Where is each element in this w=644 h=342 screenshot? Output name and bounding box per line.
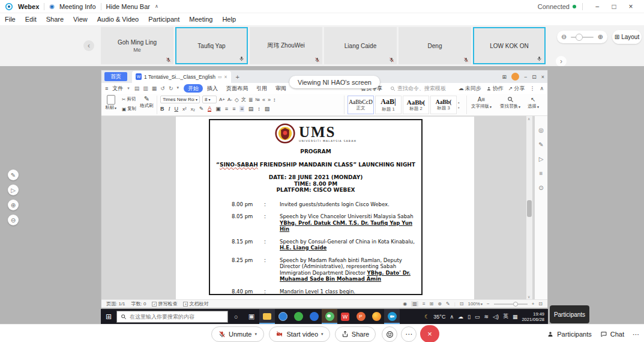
ink-icon[interactable]: ✎ xyxy=(446,301,450,307)
video-tile[interactable]: Goh Ming Ling Me xyxy=(101,27,173,64)
maximize-button[interactable]: □ xyxy=(606,1,622,13)
grow-font-button[interactable]: A+ xyxy=(219,97,225,102)
line-spacing-icon[interactable]: ↕ xyxy=(257,106,260,112)
unmute-button[interactable]: Unmute ▾ xyxy=(211,326,264,342)
proofread-toggle[interactable]: ×文档校对 xyxy=(183,301,208,307)
new-tab-icon[interactable]: + xyxy=(236,73,239,81)
help-icon[interactable]: ⊙ xyxy=(538,185,543,191)
green-app-icon[interactable] xyxy=(290,309,306,324)
video-tile-active-speaker[interactable]: Taufiq Yap xyxy=(175,27,248,64)
share-button[interactable]: Share xyxy=(335,326,376,342)
usb-icon[interactable]: ▭ xyxy=(475,314,480,320)
cut-button[interactable]: ✂剪切 xyxy=(122,96,136,102)
format-painter-button[interactable]: ✎ 格式刷 xyxy=(140,95,154,109)
cortana-icon[interactable]: ○ xyxy=(228,309,244,324)
zoom-knob[interactable] xyxy=(513,302,518,307)
reactions-button[interactable] xyxy=(382,326,397,342)
start-video-button[interactable]: Start video ▾ xyxy=(269,326,330,342)
start-button[interactable]: ⊞ xyxy=(101,309,116,324)
scrollbar-thumb[interactable] xyxy=(527,200,532,217)
phone-icon[interactable]: ▯ xyxy=(468,314,471,320)
caret-down-icon[interactable]: ▾ xyxy=(255,332,257,337)
menu-help[interactable]: Help xyxy=(222,16,236,23)
style-scroll-down-icon[interactable]: ▾ xyxy=(458,106,460,109)
vertical-scrollbar[interactable]: ∧ ∨ xyxy=(526,116,532,299)
style-normal[interactable]: AaBbCcD正文 xyxy=(348,96,374,114)
underline-button[interactable]: U xyxy=(175,106,179,112)
caret-down-icon[interactable]: ▾ xyxy=(321,332,324,337)
wps-home-button[interactable]: 首页 xyxy=(104,72,127,81)
clear-format-icon[interactable]: ◇ xyxy=(235,97,239,103)
style-scroll-up-icon[interactable]: ▴ xyxy=(458,100,460,104)
outline-icon[interactable]: ≡ xyxy=(540,170,543,177)
annotate-icon[interactable]: ✎ xyxy=(8,169,19,180)
justify-icon[interactable]: ≡ xyxy=(239,106,244,112)
ime-language[interactable]: 英 xyxy=(503,313,508,320)
ribbon-search[interactable]: 查找命令、搜索模板 xyxy=(390,85,446,93)
close-button[interactable]: × xyxy=(622,1,639,13)
volume-icon[interactable]: ◁) xyxy=(493,314,499,320)
participants-panel-button[interactable]: Participants xyxy=(547,331,591,338)
ribbon-tab-page-layout[interactable]: 页面布局 xyxy=(222,85,252,93)
align-left-icon[interactable]: ≡ xyxy=(225,106,228,112)
font-name-select[interactable]: Times New Roma▾ xyxy=(160,96,200,103)
select-tool-icon[interactable]: ▷ xyxy=(539,156,544,162)
file-explorer-icon[interactable] xyxy=(259,309,275,324)
firefox-icon[interactable] xyxy=(369,309,384,324)
task-view-icon[interactable]: ▣ xyxy=(244,309,259,324)
spell-check-toggle[interactable]: ✓拼写检查 xyxy=(152,301,177,307)
wps-minimize-icon[interactable]: − xyxy=(524,74,527,80)
web-view-icon[interactable]: ⊕ xyxy=(438,301,442,307)
caret-down-icon[interactable]: ▾ xyxy=(176,85,179,91)
ribbon-tab-references[interactable]: 引用 xyxy=(252,85,271,93)
layout-button[interactable]: ⊞ Layout xyxy=(612,30,642,44)
zoom-slider[interactable] xyxy=(494,304,528,305)
wps-restore-icon[interactable]: ⊡ xyxy=(532,74,537,80)
pen-icon[interactable]: ✎ xyxy=(538,141,543,148)
minimize-button[interactable]: − xyxy=(589,1,606,13)
find-replace-button[interactable]: 查找替换▾ xyxy=(500,96,520,109)
zoom-level[interactable]: 100%▾ xyxy=(468,301,482,307)
superscript-button[interactable]: x² xyxy=(182,106,187,112)
leave-meeting-button[interactable]: × xyxy=(420,325,439,342)
wps-app-icon[interactable]: W xyxy=(337,309,353,324)
comment-icon[interactable]: ▭ xyxy=(218,75,222,79)
close-tab-icon[interactable]: × xyxy=(224,74,227,80)
video-tile[interactable]: 周玮 ZhouWei xyxy=(250,27,322,64)
presentation-app-icon[interactable]: P xyxy=(353,309,369,324)
eye-icon[interactable]: ◉ xyxy=(403,301,407,307)
collaborate-button[interactable]: 协作 xyxy=(486,85,504,93)
menu-audio-video[interactable]: Audio & Video xyxy=(97,16,139,23)
menu-edit[interactable]: Edit xyxy=(25,16,37,23)
shading-icon[interactable]: ▨ xyxy=(265,106,270,112)
scroll-up-icon[interactable]: ∧ xyxy=(528,117,530,121)
ribbon-tab-review[interactable]: 审阅 xyxy=(271,85,290,93)
menu-participant[interactable]: Participant xyxy=(148,16,179,23)
zoom-in-icon[interactable]: + xyxy=(532,301,535,307)
page-view-icon[interactable]: ▥ xyxy=(411,301,418,307)
pointer-icon[interactable]: ▷ xyxy=(8,185,19,195)
program-document[interactable]: UMS UNIVERSITI MALAYSIA SABAH PROGRAM “S… xyxy=(209,119,423,295)
apps-grid-icon[interactable]: ⊞ xyxy=(502,74,507,80)
blue-app-icon[interactable] xyxy=(306,309,322,324)
shrink-font-button[interactable]: A- xyxy=(227,97,232,102)
open-icon[interactable]: ▥ xyxy=(143,85,148,91)
onedrive-icon[interactable]: ☁ xyxy=(458,314,463,320)
share-button[interactable]: ↗分享 xyxy=(508,85,525,93)
wps-document-tab[interactable]: W 1 Tentative_Si..._Class_English ▭ × xyxy=(132,71,231,83)
menu-meeting[interactable]: Meeting xyxy=(189,16,212,23)
bullet-list-icon[interactable]: ≣ xyxy=(248,97,253,103)
taskbar-clock[interactable]: 19:49 2021/06/28 xyxy=(522,311,544,322)
italic-button[interactable]: I xyxy=(169,106,170,112)
wechat-icon[interactable] xyxy=(322,309,337,324)
menu-file[interactable]: File xyxy=(5,16,16,23)
meeting-info-button[interactable]: Meeting Info xyxy=(59,3,96,10)
zoom-out-icon[interactable]: − xyxy=(487,301,490,307)
paste-button[interactable]: 粘贴▾ xyxy=(105,95,116,111)
clock-app-icon[interactable] xyxy=(275,309,290,324)
chevron-up-icon[interactable]: ∧ xyxy=(155,4,158,9)
fullscreen-icon[interactable]: ⊡ xyxy=(538,301,543,307)
menu-view[interactable]: View xyxy=(73,16,88,23)
video-tile[interactable]: Deng xyxy=(399,27,471,64)
zoom-out-icon[interactable]: ⊖ xyxy=(561,33,567,41)
